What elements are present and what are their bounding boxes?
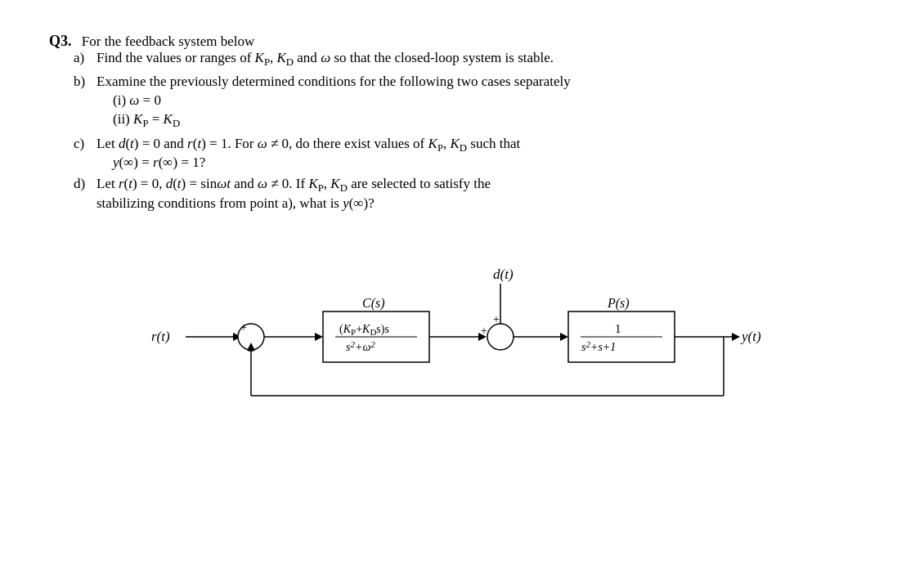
part-b-content: Examine the previously determined condit…: [96, 74, 875, 130]
question-number: Q3.: [49, 33, 72, 49]
svg-marker-3: [315, 333, 323, 341]
summing-junction-2: [487, 324, 514, 350]
p-label: P(s): [607, 296, 630, 311]
c-label: C(s): [362, 296, 385, 311]
question-intro: For the feedback system below: [82, 34, 255, 49]
d-label: d(t): [493, 267, 514, 282]
part-c: c) Let d(t) = 0 and r(t) = 1. For ω ≠ 0,…: [74, 136, 875, 171]
sum1-plus: +: [240, 321, 247, 334]
part-b: b) Examine the previously determined con…: [74, 74, 875, 130]
part-a-label: a): [74, 50, 96, 66]
part-c-label: c): [74, 136, 96, 152]
part-b-sub1: (i) ω = 0: [113, 92, 875, 109]
part-c-content: Let d(t) = 0 and r(t) = 1. For ω ≠ 0, do…: [96, 136, 875, 171]
part-b-label: b): [74, 74, 96, 90]
c-numerator: (KP+KDs)s: [339, 323, 389, 337]
part-a: a) Find the values or ranges of KP, KD a…: [74, 50, 875, 69]
svg-marker-10: [560, 333, 568, 341]
block-diagram: r(t) + − C(s) (KP+KDs)s s2+ω2 d(t): [143, 244, 781, 424]
part-d-label: d): [74, 176, 96, 192]
part-b-sub2: (ii) KP = KD: [113, 111, 875, 130]
question-header: Q3. For the feedback system below: [49, 33, 875, 50]
part-a-content: Find the values or ranges of KP, KD and …: [96, 50, 875, 69]
to-text: to: [419, 176, 430, 191]
part-d: d) Let r(t) = 0, d(t) = sinωt and ω ≠ 0.…: [74, 176, 875, 211]
p-numerator: 1: [615, 322, 621, 335]
r-label: r(t): [151, 329, 170, 344]
svg-marker-13: [732, 333, 740, 341]
parts-list: a) Find the values or ranges of KP, KD a…: [74, 50, 875, 212]
block-diagram-container: r(t) + − C(s) (KP+KDs)s s2+ω2 d(t): [49, 244, 875, 424]
y-label: y(t): [740, 329, 761, 344]
part-d-content: Let r(t) = 0, d(t) = sinωt and ω ≠ 0. If…: [96, 176, 875, 211]
sum2-plus: +: [481, 325, 487, 337]
